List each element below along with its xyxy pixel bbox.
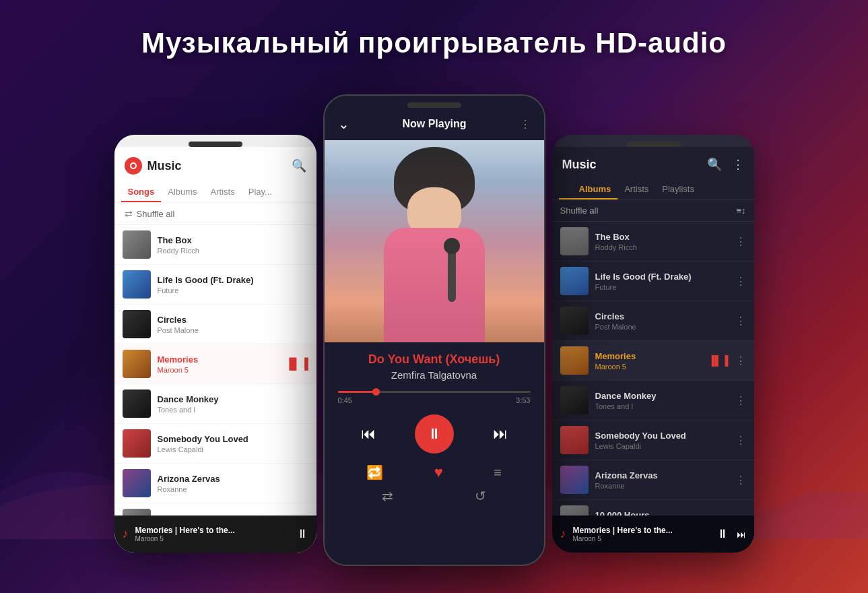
song-name: The Box [158, 235, 308, 245]
song-info: Life Is Good (Ft. Drake) Future [158, 275, 308, 294]
center-header: ⌄ Now Playing ⋮ [325, 108, 544, 140]
song-name: Dance Monkey [158, 394, 308, 404]
song-name: Somebody You Loved [595, 431, 729, 441]
playback-controls: ⏮ ⏸ ⏭ [325, 408, 544, 460]
tab-songs-left[interactable]: Songs [121, 181, 162, 202]
pause-button-center[interactable]: ⏸ [415, 414, 454, 454]
center-phone-notch [407, 102, 461, 108]
song-artist-active: Maroon 5 [595, 363, 702, 371]
favorite-button[interactable]: ♥ [434, 464, 443, 481]
right-search-icon[interactable]: 🔍 [707, 157, 722, 172]
tab-playlists-left[interactable]: Play... [242, 181, 279, 202]
list-item[interactable]: The Box Roddy Ricch [114, 225, 316, 265]
song-thumb [560, 307, 589, 335]
right-bottom-bar: ♪ Memories | Here's to the... Maroon 5 ⏸… [552, 516, 754, 553]
list-item[interactable]: Arizona Zervas Roxanne ⋮ [552, 460, 754, 500]
song-info: Somebody You Loved Lewis Capaldi [158, 434, 308, 454]
right-header: Music 🔍 ⋮ [552, 147, 754, 179]
list-item-active[interactable]: Memories Maroon 5 ▐▌▐ ⋮ [552, 341, 754, 381]
right-tab-albums[interactable]: Albums [572, 179, 618, 199]
left-shuffle-label: Shuffle all [137, 209, 175, 219]
list-item[interactable]: Arizona Zervas Roxanne [114, 464, 316, 503]
song-name: Arizona Zervas [158, 474, 308, 484]
list-item[interactable]: Life Is Good (Ft. Drake) Future [114, 265, 316, 305]
song-info: The Box Roddy Ricch [595, 232, 729, 251]
progress-total: 3:53 [516, 396, 530, 404]
song-artist: Tones and I [595, 402, 729, 410]
pause-icon: ⏸ [427, 425, 442, 443]
right-shuffle-row[interactable]: Shuffle all ≡↕ [552, 200, 754, 222]
progress-current: 0:45 [338, 396, 352, 404]
song-name: Circles [595, 311, 729, 321]
list-item-active[interactable]: Memories Maroon 5 ▐▌▐ [114, 344, 316, 384]
music-note-icon-right: ♪ [560, 527, 566, 541]
left-shuffle-row[interactable]: ⇄ Shuffle all [114, 203, 316, 225]
right-tab-artists[interactable]: Artists [617, 179, 655, 199]
song-info: Arizona Zervas Roxanne [158, 474, 308, 493]
fast-forward-button[interactable]: ⏭ [493, 425, 508, 443]
right-sort-icon[interactable]: ≡↕ [736, 206, 745, 216]
equalizer-icon-right: ▐▌▐ [708, 355, 729, 366]
more-button[interactable]: ⋮ [735, 235, 746, 248]
list-item[interactable]: Dance Monkey Tones and I [114, 384, 316, 424]
song-info: Arizona Zervas Roxanne [595, 470, 729, 490]
center-artist-name: Zemfira Talgatovna [338, 369, 531, 381]
more-button[interactable]: ⋮ [735, 275, 746, 288]
song-info: Memories Maroon 5 [158, 354, 279, 374]
song-info: Life Is Good (Ft. Drake) Future [595, 272, 729, 291]
song-artist: Roddy Ricch [595, 243, 729, 251]
song-thumb [560, 426, 589, 454]
right-song-list: The Box Roddy Ricch ⋮ Life Is Good (Ft. … [552, 222, 754, 540]
more-button[interactable]: ⋮ [735, 434, 746, 447]
right-tab-playlists[interactable]: Playlists [655, 179, 701, 199]
list-item[interactable]: Somebody You Loved Lewis Capaldi [114, 424, 316, 464]
right-more-icon[interactable]: ⋮ [732, 157, 744, 172]
chevron-down-icon[interactable]: ⌄ [338, 116, 349, 132]
pause-button-left[interactable]: ⏸ [296, 527, 308, 541]
list-item[interactable]: Life Is Good (Ft. Drake) Future ⋮ [552, 261, 754, 301]
more-button[interactable]: ⋮ [735, 474, 746, 487]
logo-inner [130, 162, 137, 169]
next-button-right[interactable]: ⏭ [737, 529, 746, 540]
song-thumb [560, 466, 589, 494]
progress-bar[interactable] [338, 391, 531, 393]
progress-fill [338, 391, 376, 393]
rewind-button[interactable]: ⏮ [361, 425, 376, 443]
album-art [325, 140, 544, 342]
song-info: Dance Monkey Tones and I [595, 391, 729, 410]
list-item[interactable]: Circles Post Malone [114, 305, 316, 344]
shuffle-icon-center[interactable]: ⇄ [382, 488, 393, 504]
song-thumb [123, 270, 151, 299]
song-artist: Future [595, 283, 729, 291]
repeat-once-icon[interactable]: ↺ [475, 488, 486, 504]
tab-artists-left[interactable]: Artists [204, 181, 242, 202]
equalizer-icon: ▐▌▐ [285, 358, 308, 370]
song-info: Dance Monkey Tones and I [158, 394, 308, 414]
song-info: The Box Roddy Ricch [158, 235, 308, 255]
more-button[interactable]: ⋮ [735, 394, 746, 407]
tab-albums-left[interactable]: Albums [161, 181, 203, 202]
song-name: Circles [158, 315, 308, 325]
right-tab-songs[interactable] [559, 179, 572, 199]
song-name: Life Is Good (Ft. Drake) [158, 275, 308, 285]
list-item[interactable]: Dance Monkey Tones and I ⋮ [552, 381, 754, 420]
left-search-icon[interactable]: 🔍 [292, 158, 306, 173]
music-logo-left [125, 157, 142, 175]
progress-container[interactable]: 0:45 3:53 [325, 384, 544, 408]
song-thumb [123, 469, 151, 497]
pause-button-right[interactable]: ⏸ [716, 527, 729, 541]
song-info: Circles Post Malone [158, 315, 308, 334]
list-item[interactable]: The Box Roddy Ricch ⋮ [552, 222, 754, 261]
queue-icon[interactable]: ≡ [494, 465, 502, 480]
phone-right: Music 🔍 ⋮ Albums Artists Playlists Shuff… [552, 135, 754, 553]
song-name: Life Is Good (Ft. Drake) [595, 272, 729, 282]
phone-left: Music 🔍 Songs Albums Artists Play... ⇄ S… [114, 135, 316, 553]
more-options-icon[interactable]: ⋮ [520, 118, 531, 131]
more-button[interactable]: ⋮ [735, 354, 746, 367]
repeat-icon[interactable]: 🔁 [366, 464, 383, 480]
list-item[interactable]: Somebody You Loved Lewis Capaldi ⋮ [552, 420, 754, 460]
song-info: Memories Maroon 5 [595, 351, 702, 371]
left-header: Music 🔍 [114, 147, 316, 181]
more-button[interactable]: ⋮ [735, 315, 746, 327]
list-item[interactable]: Circles Post Malone ⋮ [552, 301, 754, 341]
